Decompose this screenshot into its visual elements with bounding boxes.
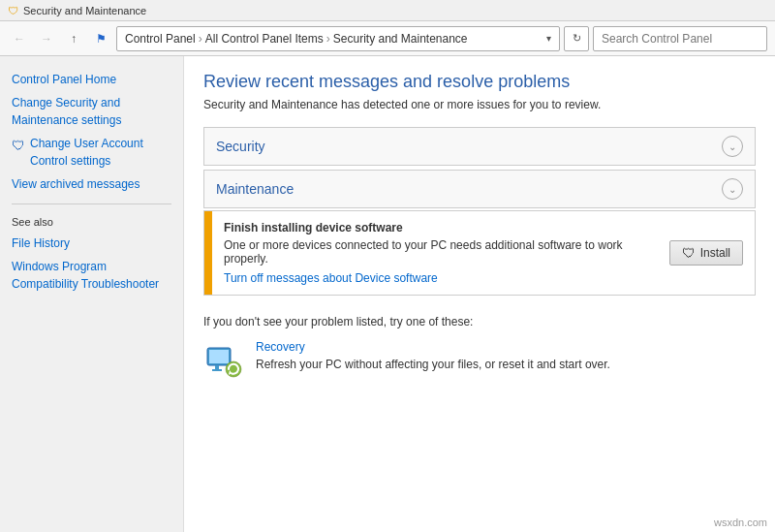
security-section-header[interactable]: Security ⌄	[203, 127, 756, 166]
uac-shield-icon: 🛡	[12, 136, 25, 156]
svg-rect-3	[212, 369, 222, 371]
see-also-label: See also	[0, 212, 183, 232]
try-these-section: If you don't see your problem listed, tr…	[203, 315, 756, 381]
alert-card-action: 🛡 Install	[658, 211, 755, 295]
alert-turnoff-link[interactable]: Turn off messages about Device software	[224, 271, 438, 285]
recovery-title[interactable]: Recovery	[256, 340, 610, 354]
sidebar-item-control-panel-home[interactable]: Control Panel Home	[0, 68, 183, 91]
recovery-text: Recovery Refresh your PC without affecti…	[256, 340, 610, 373]
security-chevron-icon: ⌄	[722, 136, 743, 157]
search-box[interactable]	[593, 26, 767, 51]
alert-card-body: Finish installing device software One or…	[212, 211, 658, 295]
maintenance-chevron-icon: ⌄	[722, 178, 743, 200]
search-input[interactable]	[602, 32, 759, 46]
title-bar-icon: 🛡	[8, 5, 18, 16]
sidebar-item-change-security[interactable]: Change Security and Maintenance settings	[0, 91, 183, 132]
alert-description: One or more devices connected to your PC…	[224, 238, 646, 266]
address-bar: ← → ↑ ⚑ Control Panel › All Control Pane…	[0, 21, 775, 56]
content-area: Review recent messages and resolve probl…	[184, 56, 775, 532]
sidebar-item-change-user-account[interactable]: 🛡 Change User Account Control settings	[0, 132, 183, 172]
up-button[interactable]: ↑	[62, 27, 85, 50]
sidebar-divider	[12, 203, 171, 204]
sidebar: Control Panel Home Change Security and M…	[0, 56, 184, 532]
watermark: wsxdn.com	[714, 516, 767, 528]
svg-rect-1	[209, 350, 229, 363]
sidebar-item-view-archived[interactable]: View archived messages	[0, 172, 183, 196]
title-bar-text: Security and Maintenance	[23, 5, 146, 16]
forward-button[interactable]: →	[35, 27, 58, 50]
recovery-icon	[203, 340, 244, 381]
sidebar-item-windows-compat[interactable]: Windows Program Compatibility Troublesho…	[0, 255, 183, 296]
sidebar-nav: Control Panel Home Change Security and M…	[0, 68, 183, 196]
security-section-title: Security	[216, 139, 265, 154]
uac-label: Change User Account Control settings	[30, 135, 171, 170]
address-dropdown[interactable]: ▾	[546, 33, 551, 44]
path-security[interactable]: Security and Maintenance	[333, 32, 468, 46]
maintenance-section-header[interactable]: Maintenance ⌄	[203, 170, 756, 208]
path-control-panel[interactable]: Control Panel	[125, 32, 196, 46]
see-also-section: See also File History Windows Program Co…	[0, 212, 183, 296]
refresh-button[interactable]: ↻	[564, 26, 589, 51]
recovery-description: Refresh your PC without affecting your f…	[256, 357, 610, 373]
install-shield-icon: 🛡	[682, 245, 696, 261]
svg-rect-2	[215, 365, 219, 369]
alert-title: Finish installing device software	[224, 221, 646, 235]
title-bar: 🛡 Security and Maintenance	[0, 0, 775, 21]
back-button[interactable]: ←	[8, 27, 31, 50]
install-label: Install	[700, 246, 730, 260]
address-path: Control Panel › All Control Panel Items …	[116, 26, 560, 51]
path-all-items[interactable]: All Control Panel Items	[205, 32, 324, 46]
try-these-heading: If you don't see your problem listed, tr…	[203, 315, 756, 329]
flag-button[interactable]: ⚑	[89, 27, 112, 50]
main-layout: Control Panel Home Change Security and M…	[0, 56, 775, 532]
maintenance-section-title: Maintenance	[216, 181, 294, 197]
recovery-item: Recovery Refresh your PC without affecti…	[203, 340, 756, 381]
maintenance-alert-card: Finish installing device software One or…	[203, 210, 756, 296]
sidebar-item-file-history[interactable]: File History	[0, 232, 183, 255]
maintenance-section: Maintenance ⌄ Finish installing device s…	[203, 170, 756, 296]
alert-strip	[204, 211, 212, 295]
page-title: Review recent messages and resolve probl…	[203, 72, 756, 92]
install-button[interactable]: 🛡 Install	[669, 240, 743, 266]
page-subtitle: Security and Maintenance has detected on…	[203, 98, 756, 111]
